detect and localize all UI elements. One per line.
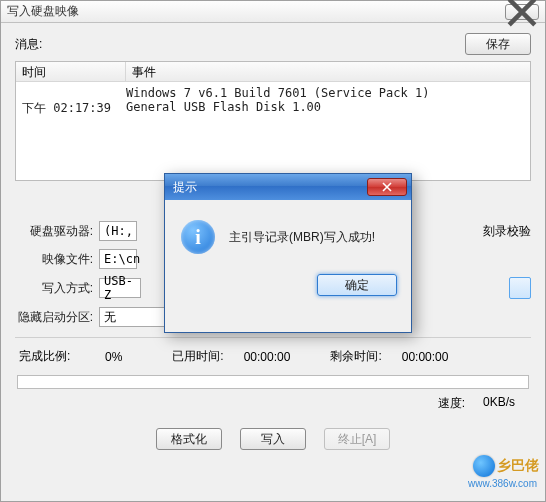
col-event-header[interactable]: 事件 bbox=[126, 62, 530, 81]
cell-event: Windows 7 v6.1 Build 7601 (Service Pack … bbox=[126, 86, 524, 100]
watermark: 乡巴佬 bbox=[473, 455, 539, 477]
modal-title-text: 提示 bbox=[173, 179, 197, 196]
col-time-header[interactable]: 时间 bbox=[16, 62, 126, 81]
watermark-url: www.386w.com bbox=[468, 478, 537, 489]
modal-close-button[interactable] bbox=[367, 178, 407, 196]
titlebar: 写入硬盘映像 bbox=[1, 1, 545, 23]
list-row: Windows 7 v6.1 Build 7601 (Service Pack … bbox=[22, 86, 524, 100]
cell-time: 下午 02:17:39 bbox=[22, 100, 126, 117]
window-close-button[interactable] bbox=[505, 4, 539, 20]
abort-button[interactable]: 终止[A] bbox=[324, 428, 390, 450]
format-button[interactable]: 格式化 bbox=[156, 428, 222, 450]
elapsed-value: 00:00:00 bbox=[244, 350, 291, 364]
remain-label: 剩余时间: bbox=[330, 348, 381, 365]
image-label: 映像文件: bbox=[15, 251, 99, 268]
hide-label: 隐藏启动分区: bbox=[15, 309, 99, 326]
cell-event: General USB Flash Disk 1.00 bbox=[126, 100, 524, 117]
watermark-text: 乡巴佬 bbox=[497, 457, 539, 475]
footer-buttons: 格式化 写入 终止[A] bbox=[15, 428, 531, 450]
list-row: 下午 02:17:39 General USB Flash Disk 1.00 bbox=[22, 100, 524, 117]
watermark-logo-icon bbox=[473, 455, 495, 477]
done-value: 0% bbox=[105, 350, 122, 364]
event-list: 时间 事件 Windows 7 v6.1 Build 7601 (Service… bbox=[15, 61, 531, 181]
save-button[interactable]: 保存 bbox=[465, 33, 531, 55]
main-window: 写入硬盘映像 消息: 保存 时间 事件 Windows 7 v6.1 Build… bbox=[0, 0, 546, 502]
modal-titlebar: 提示 bbox=[165, 174, 411, 200]
verify-checkbox-label[interactable]: 刻录校验 bbox=[483, 223, 531, 240]
progress-bar bbox=[17, 375, 529, 389]
write-button[interactable]: 写入 bbox=[240, 428, 306, 450]
modal-message: 主引导记录(MBR)写入成功! bbox=[229, 229, 375, 246]
info-icon: i bbox=[181, 220, 215, 254]
speed-label: 速度: bbox=[438, 395, 465, 412]
speed-value: 0KB/s bbox=[483, 395, 515, 412]
write-mode-label: 写入方式: bbox=[15, 280, 99, 297]
window-title: 写入硬盘映像 bbox=[7, 3, 79, 20]
write-mode-combo[interactable]: USB-Z bbox=[99, 278, 141, 298]
done-label: 完成比例: bbox=[19, 348, 85, 365]
modal-ok-button[interactable]: 确定 bbox=[317, 274, 397, 296]
cell-time bbox=[22, 86, 126, 100]
image-path-input[interactable]: E:\cn bbox=[99, 249, 137, 269]
drive-combo[interactable]: (H:, bbox=[99, 221, 137, 241]
modal-dialog: 提示 i 主引导记录(MBR)写入成功! 确定 bbox=[164, 173, 412, 333]
aux-button[interactable] bbox=[509, 277, 531, 299]
message-label: 消息: bbox=[15, 36, 42, 53]
list-header: 时间 事件 bbox=[16, 62, 530, 82]
elapsed-label: 已用时间: bbox=[172, 348, 223, 365]
drive-label: 硬盘驱动器: bbox=[15, 223, 99, 240]
status-row: 完成比例: 0% 已用时间: 00:00:00 剩余时间: 00:00:00 bbox=[15, 348, 531, 365]
remain-value: 00:00:00 bbox=[402, 350, 449, 364]
